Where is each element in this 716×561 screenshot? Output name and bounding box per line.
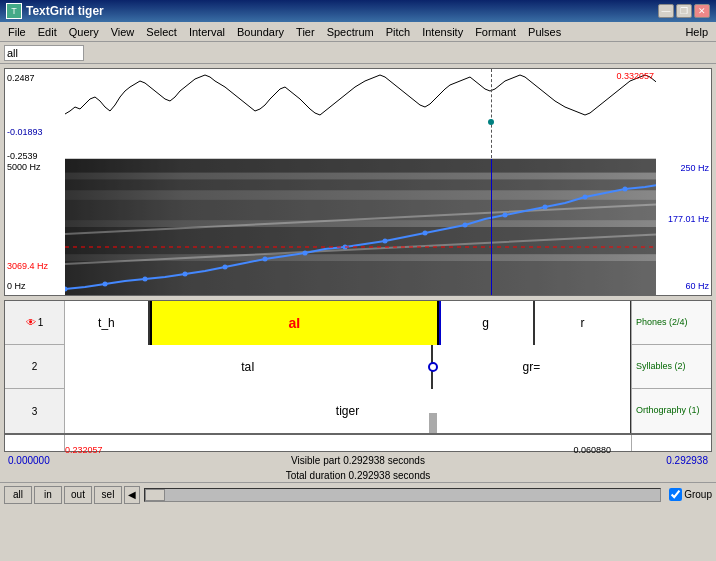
svg-point-14 bbox=[383, 239, 388, 244]
segment-r[interactable]: r bbox=[535, 301, 631, 345]
tiers-area: 👁 1 t_h aI g r Phones (2/4) bbox=[4, 300, 712, 434]
status-bar-2: Total duration 0.292938 seconds bbox=[0, 468, 716, 482]
spectrogram-hz-top: 5000 Hz bbox=[7, 162, 41, 172]
tier-2-content[interactable]: taI gr= bbox=[65, 345, 631, 389]
app-icon: T bbox=[6, 3, 22, 19]
menu-interval[interactable]: Interval bbox=[183, 24, 231, 40]
scroll-left-button[interactable]: ◀ bbox=[124, 486, 140, 504]
menu-select[interactable]: Select bbox=[140, 24, 183, 40]
status-time-left: 0.000000 bbox=[8, 455, 50, 466]
menu-edit[interactable]: Edit bbox=[32, 24, 63, 40]
in-button[interactable]: in bbox=[34, 486, 62, 504]
tier2-cursor-dot bbox=[428, 362, 438, 372]
pitch-hz-bottom: 60 Hz bbox=[685, 281, 709, 291]
menu-formant[interactable]: Formant bbox=[469, 24, 522, 40]
tier-2-row: 2 taI gr= Syllables (2) bbox=[5, 345, 711, 389]
menu-spectrum[interactable]: Spectrum bbox=[321, 24, 380, 40]
all-button[interactable]: all bbox=[4, 486, 32, 504]
sel-button[interactable]: sel bbox=[94, 486, 122, 504]
visualization-area: 0.2487 -0.01893 -0.2539 5000 Hz 3069.4 H… bbox=[4, 68, 712, 296]
time-right-spacer bbox=[631, 435, 711, 451]
tier-1-name: Phones (2/4) bbox=[636, 317, 688, 329]
pitch-hz-top: 250 Hz bbox=[680, 163, 709, 173]
spectrogram-svg bbox=[65, 159, 656, 295]
group-checkbox-container[interactable]: Group bbox=[669, 488, 712, 501]
window-controls[interactable]: — ❐ ✕ bbox=[658, 4, 710, 18]
title-bar: T TextGrid tiger — ❐ ✕ bbox=[0, 0, 716, 22]
tier-3-number: 3 bbox=[32, 406, 38, 417]
scroll-track[interactable] bbox=[144, 488, 661, 502]
segment-ai[interactable]: aI bbox=[150, 301, 439, 345]
svg-point-19 bbox=[583, 195, 588, 200]
segment-th-label: t_h bbox=[98, 316, 115, 330]
svg-point-15 bbox=[423, 231, 428, 236]
status-total: Total duration 0.292938 seconds bbox=[286, 470, 431, 481]
segment-gr-label: gr= bbox=[523, 360, 541, 374]
segment-ai-label: aI bbox=[288, 315, 300, 331]
tier-1-right-label: Phones (2/4) bbox=[631, 301, 711, 344]
menu-pulses[interactable]: Pulses bbox=[522, 24, 567, 40]
pitch-hz-mid: 177.01 Hz bbox=[668, 214, 709, 224]
menu-query[interactable]: Query bbox=[63, 24, 105, 40]
segment-g[interactable]: g bbox=[439, 301, 535, 345]
window-title: TextGrid tiger bbox=[26, 4, 104, 18]
tier-3-content[interactable]: tiger bbox=[65, 389, 631, 433]
menu-help[interactable]: Help bbox=[679, 24, 714, 40]
tier3-cursor-line bbox=[429, 413, 437, 433]
group-checkbox-input[interactable] bbox=[669, 488, 682, 501]
y-axis-right: 250 Hz 177.01 Hz 60 Hz bbox=[656, 69, 711, 295]
tier-2-number: 2 bbox=[32, 361, 38, 372]
tier-3-row: 3 tiger Orthography (1) bbox=[5, 389, 711, 433]
menu-tier[interactable]: Tier bbox=[290, 24, 321, 40]
segment-tiger[interactable]: tiger bbox=[65, 389, 631, 433]
close-button[interactable]: ✕ bbox=[694, 4, 710, 18]
filter-bar bbox=[0, 42, 716, 64]
group-label: Group bbox=[684, 489, 712, 500]
svg-point-12 bbox=[303, 251, 308, 256]
segment-r-label: r bbox=[580, 316, 584, 330]
y-axis-left: 0.2487 -0.01893 -0.2539 5000 Hz 3069.4 H… bbox=[5, 69, 65, 295]
tier-1-number: 1 bbox=[38, 317, 44, 328]
menu-view[interactable]: View bbox=[105, 24, 141, 40]
menu-intensity[interactable]: Intensity bbox=[416, 24, 469, 40]
waveform-svg bbox=[65, 69, 656, 158]
svg-point-10 bbox=[223, 265, 228, 270]
tier-3-name: Orthography (1) bbox=[636, 405, 700, 417]
svg-point-11 bbox=[263, 257, 268, 262]
segment-gr[interactable]: gr= bbox=[433, 345, 631, 389]
menu-boundary[interactable]: Boundary bbox=[231, 24, 290, 40]
time-bar: 0.232057 0.060880 bbox=[4, 434, 712, 452]
waveform-max: 0.2487 bbox=[7, 73, 35, 83]
scroll-thumb[interactable] bbox=[145, 489, 165, 501]
segment-tai[interactable]: taI bbox=[65, 345, 433, 389]
bottom-bar: all in out sel ◀ Group bbox=[0, 482, 716, 506]
menu-bar: File Edit Query View Select Interval Bou… bbox=[0, 22, 716, 42]
svg-point-9 bbox=[183, 272, 188, 277]
status-visible: Visible part 0.292938 seconds bbox=[291, 455, 425, 466]
time-left-spacer bbox=[5, 435, 65, 451]
filter-input[interactable] bbox=[4, 45, 84, 61]
minimize-button[interactable]: — bbox=[658, 4, 674, 18]
eye-icon: 👁 bbox=[26, 317, 36, 328]
tier-1-label: 👁 1 bbox=[5, 301, 65, 344]
segment-th[interactable]: t_h bbox=[65, 301, 150, 345]
spectrogram-display bbox=[65, 159, 656, 295]
restore-button[interactable]: ❐ bbox=[676, 4, 692, 18]
time-cursor-label: 0.232057 bbox=[65, 445, 103, 455]
svg-point-16 bbox=[463, 223, 468, 228]
svg-rect-1 bbox=[65, 159, 656, 173]
tier-3-right-label: Orthography (1) bbox=[631, 389, 711, 433]
tier-2-name: Syllables (2) bbox=[636, 361, 686, 373]
cursor-dot bbox=[488, 119, 494, 125]
tier-1-row: 👁 1 t_h aI g r Phones (2/4) bbox=[5, 301, 711, 345]
out-button[interactable]: out bbox=[64, 486, 92, 504]
tier-2-right-label: Syllables (2) bbox=[631, 345, 711, 388]
tier-1-content[interactable]: t_h aI g r bbox=[65, 301, 631, 345]
menu-pitch[interactable]: Pitch bbox=[380, 24, 416, 40]
tier-3-label: 3 bbox=[5, 389, 65, 433]
segment-tiger-label: tiger bbox=[336, 404, 359, 418]
menu-file[interactable]: File bbox=[2, 24, 32, 40]
segment-g-label: g bbox=[482, 316, 489, 330]
svg-point-17 bbox=[503, 213, 508, 218]
formant-hz: 3069.4 Hz bbox=[7, 261, 48, 271]
